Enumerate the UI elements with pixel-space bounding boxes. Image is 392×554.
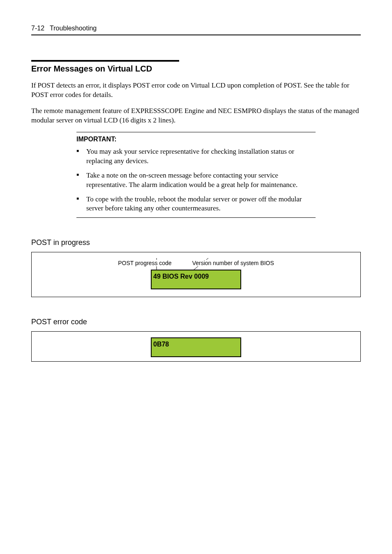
virtual-lcd-display-error: 0B78 xyxy=(151,337,241,357)
post-error-diagram: 0B78 xyxy=(31,331,361,362)
important-item: You may ask your service representative … xyxy=(76,147,316,166)
page-header: 7-12 Troubleshooting xyxy=(31,25,361,35)
label-bios-version: Version number of system BIOS xyxy=(192,260,274,266)
important-item: To cope with the trouble, reboot the mod… xyxy=(76,195,316,214)
important-box: IMPORTANT: You may ask your service repr… xyxy=(76,132,316,218)
important-list: You may ask your service representative … xyxy=(76,147,316,214)
lcd-wrap: 49 BIOS Rev 0009 xyxy=(151,270,241,289)
important-item: Take a note on the on-screen message bef… xyxy=(76,171,316,190)
virtual-lcd-display: 49 BIOS Rev 0009 xyxy=(151,270,241,289)
post-progress-heading: POST in progress xyxy=(31,238,361,247)
label-progress-code: POST progress code xyxy=(118,260,171,266)
page-container: 7-12 Troubleshooting Error Messages on V… xyxy=(0,0,392,378)
important-title: IMPORTANT: xyxy=(76,136,316,143)
post-error-heading: POST error code xyxy=(31,318,361,326)
section-title: Error Messages on Virtual LCD xyxy=(31,60,179,74)
diagram-labels: POST progress code Version number of sys… xyxy=(38,260,354,266)
body-paragraph-2: The remote management feature of EXPRESS… xyxy=(31,106,361,125)
page-number: 7-12 xyxy=(31,25,44,32)
post-progress-diagram: POST progress code Version number of sys… xyxy=(31,252,361,297)
section-name: Troubleshooting xyxy=(50,25,97,32)
body-paragraph-1: If POST detects an error, it displays PO… xyxy=(31,81,361,100)
